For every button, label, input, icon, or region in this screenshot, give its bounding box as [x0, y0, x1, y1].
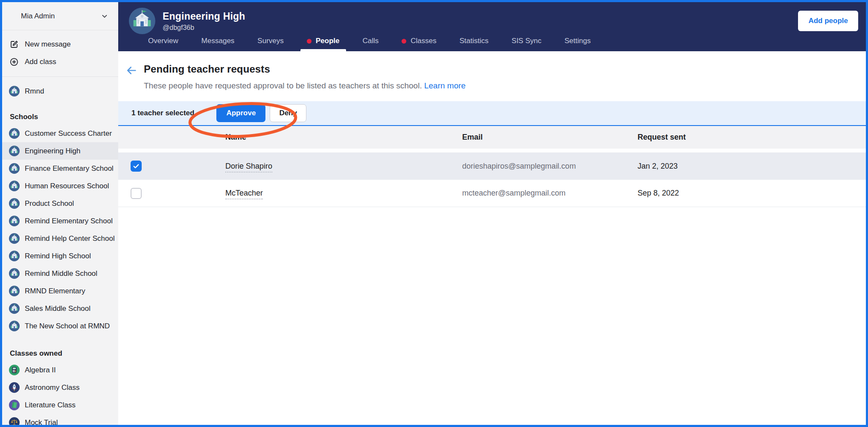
table-row: McTeacher mcteacher@samplegmail.com Sep … [118, 180, 866, 207]
account-name: Mia Admin [21, 12, 100, 20]
rocket-icon [9, 382, 20, 393]
sidebar-item-school[interactable]: Remind Help Center School [2, 230, 118, 247]
sidebar-item-school[interactable]: Remind Middle School [2, 265, 118, 282]
tab-settings[interactable]: Settings [553, 37, 602, 51]
table-header-row: Name Email Request sent [118, 126, 866, 149]
scales-icon [9, 417, 20, 425]
sidebar-list: Rmnd Schools Customer Success Charter En… [2, 77, 118, 425]
tab-overview[interactable]: Overview [137, 37, 190, 51]
sidebar-item-school-selected[interactable]: Engineering High [2, 142, 118, 160]
school-icon [9, 86, 20, 97]
checkmark-icon [132, 162, 140, 170]
school-header: Engineering High @dbgf36b Add people Ove… [118, 2, 866, 51]
row-checkbox[interactable] [131, 161, 142, 172]
sidebar-item-school[interactable]: Remind High School [2, 247, 118, 265]
deny-button[interactable]: Deny [270, 104, 306, 122]
sidebar-item-school[interactable]: Customer Success Charter [2, 125, 118, 142]
sidebar-actions: New message Add class [2, 30, 118, 77]
learn-more-link[interactable]: Learn more [424, 81, 466, 90]
classes-section-header: Classes owned [2, 342, 118, 358]
approve-button[interactable]: Approve [216, 104, 265, 122]
school-icon [9, 163, 20, 174]
school-icon [9, 286, 20, 297]
book-icon [9, 400, 20, 411]
tab-sis-sync[interactable]: SIS Sync [500, 37, 553, 51]
school-icon [9, 128, 20, 139]
request-sent-date: Sep 8, 2022 [638, 189, 866, 198]
account-switcher[interactable]: Mia Admin [2, 2, 118, 30]
school-icon [9, 268, 20, 279]
sidebar-item-class[interactable]: Mock Trial [2, 414, 118, 425]
tab-people[interactable]: People [295, 37, 351, 51]
add-class-label: Add class [25, 58, 56, 66]
column-header-email: Email [462, 133, 638, 142]
selection-bar: 1 teacher selected Approve Deny [118, 101, 866, 126]
add-class-button[interactable]: Add class [2, 53, 118, 70]
school-icon [9, 216, 20, 227]
add-people-button[interactable]: Add people [798, 11, 858, 31]
new-message-label: New message [25, 40, 71, 49]
tab-statistics[interactable]: Statistics [448, 37, 500, 51]
sidebar-item-school[interactable]: Product School [2, 195, 118, 212]
school-icon [9, 233, 20, 244]
sidebar-item-org[interactable]: Rmnd [2, 82, 118, 100]
school-icon [9, 303, 20, 314]
school-name: Engineering High [163, 11, 245, 22]
calculator-icon [9, 365, 20, 376]
sidebar-item-school[interactable]: Human Resources School [2, 177, 118, 195]
sidebar-item-school[interactable]: RMND Elementary [2, 282, 118, 300]
column-header-request-sent: Request sent [638, 133, 866, 142]
app-window: Mia Admin New message Add class Rmnd Sch… [0, 0, 868, 427]
chevron-down-icon [100, 12, 109, 20]
teacher-email: mcteacher@samplegmail.com [462, 189, 638, 198]
school-icon [9, 251, 20, 262]
teacher-name[interactable]: McTeacher [225, 189, 263, 199]
schools-section-header: Schools [2, 105, 118, 121]
compose-icon [9, 39, 20, 50]
new-message-button[interactable]: New message [2, 35, 118, 53]
column-header-name: Name [225, 133, 462, 142]
school-icon [9, 181, 20, 192]
sidebar-item-school[interactable]: Remind Elementary School [2, 212, 118, 230]
sidebar-item-class[interactable]: Algebra II [2, 361, 118, 379]
school-handle: @dbgf36b [163, 24, 245, 32]
tab-messages[interactable]: Messages [190, 37, 246, 51]
notification-dot-icon [402, 39, 406, 44]
teacher-email: dorieshapiros@samplegmail.com [462, 162, 638, 171]
back-arrow-icon[interactable] [125, 64, 138, 77]
page-content: Pending teacher requests These people ha… [118, 51, 866, 425]
tab-calls[interactable]: Calls [351, 37, 390, 51]
sidebar-item-school[interactable]: The New School at RMND [2, 317, 118, 335]
sidebar: Mia Admin New message Add class Rmnd Sch… [2, 2, 118, 425]
sidebar-item-class[interactable]: Literature Class [2, 396, 118, 414]
school-icon [9, 146, 20, 157]
row-checkbox[interactable] [131, 188, 142, 199]
tab-bar: Overview Messages Surveys People Calls C… [129, 37, 858, 51]
add-circle-icon [9, 56, 20, 67]
sidebar-item-school[interactable]: Sales Middle School [2, 300, 118, 317]
tab-surveys[interactable]: Surveys [246, 37, 295, 51]
notification-dot-icon [307, 39, 312, 44]
request-sent-date: Jan 2, 2023 [638, 162, 866, 171]
page-title: Pending teacher requests [144, 63, 466, 75]
teacher-name[interactable]: Dorie Shapiro [225, 162, 272, 173]
table-row: Dorie Shapiro dorieshapiros@samplegmail.… [118, 152, 866, 180]
page-description: These people have requested approval to … [144, 81, 466, 91]
table-body: Dorie Shapiro dorieshapiros@samplegmail.… [118, 152, 866, 207]
school-icon [9, 198, 20, 209]
selection-count: 1 teacher selected [131, 109, 194, 117]
sidebar-item-class[interactable]: Astronomy Class [2, 379, 118, 396]
main-area: Engineering High @dbgf36b Add people Ove… [118, 2, 866, 425]
school-icon [9, 321, 20, 332]
tab-classes[interactable]: Classes [390, 37, 448, 51]
school-building-icon [129, 8, 155, 34]
sidebar-item-school[interactable]: Finance Elementary School [2, 160, 118, 177]
